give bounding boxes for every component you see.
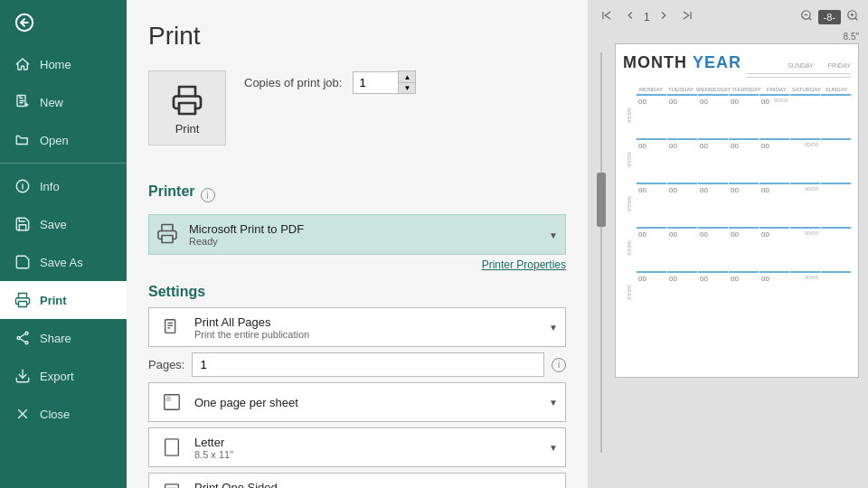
sidebar-item-new[interactable]: New: [0, 83, 127, 121]
sidebar-item-home-label: Home: [40, 58, 71, 71]
svg-rect-10: [19, 302, 27, 307]
calendar-grid: WEEK 00 00 00 00 0000/00 WEEK 00: [623, 94, 851, 314]
letter-size-arrow: ▼: [549, 443, 558, 453]
sidebar: Home New Open Info Save Save As: [0, 0, 127, 488]
printer-select-wrapper: Microsoft Print to PDF Ready ▼: [148, 214, 566, 255]
new-icon: [14, 94, 31, 110]
sidebar-item-export[interactable]: Export: [0, 357, 127, 395]
letter-size-dropdown[interactable]: Letter 8.5 x 11" ▼: [148, 427, 566, 467]
print-button[interactable]: Print: [148, 70, 226, 145]
export-icon: [14, 368, 31, 384]
svg-rect-20: [162, 235, 173, 242]
svg-rect-27: [165, 439, 179, 455]
svg-rect-26: [166, 397, 172, 402]
preview-toolbar: 1: [588, 7, 868, 32]
sidebar-item-close[interactable]: Close: [0, 395, 127, 433]
printer-status: Ready: [189, 236, 304, 247]
calendar-row: WEEK 00 00 00 00 00 00/00: [623, 183, 851, 226]
preview-page-end-button[interactable]: [677, 7, 697, 26]
print-all-pages-main: Print All Pages: [194, 315, 533, 329]
sidebar-item-save-as-label: Save As: [40, 256, 83, 269]
print-icon-nav: [14, 292, 31, 308]
printer-select-icon: [156, 222, 178, 247]
main-content: Print Print Copies of print job: ▲ ▼: [127, 0, 868, 488]
ruler-horizontal: 8.5": [588, 32, 868, 42]
printer-section-title: Printer: [148, 183, 195, 200]
svg-point-12: [17, 337, 20, 340]
calendar-year: YEAR: [693, 53, 741, 72]
calendar-month: MONTH: [623, 53, 687, 72]
sidebar-item-home[interactable]: Home: [0, 45, 127, 83]
svg-line-34: [808, 18, 811, 21]
letter-size-sub: 8.5 x 11": [194, 449, 533, 460]
one-page-per-sheet-main: One page per sheet: [194, 396, 533, 409]
home-icon: [14, 56, 31, 72]
printer-properties-link[interactable]: Printer Properties: [148, 258, 566, 271]
sidebar-item-share[interactable]: Share: [0, 319, 127, 357]
preview-page-number: 1: [644, 11, 650, 23]
sidebar-item-info[interactable]: Info: [0, 167, 127, 205]
calendar-header: MONTH YEAR SUNDAY FRIDAY: [623, 53, 851, 81]
zoom-display: -8-: [818, 10, 841, 24]
sidebar-item-open-label: Open: [40, 134, 69, 147]
preview-page-start-button[interactable]: [597, 7, 617, 26]
printer-info-icon[interactable]: i: [201, 188, 215, 202]
sidebar-divider-1: [0, 163, 127, 164]
copies-decrement-button[interactable]: ▼: [398, 82, 416, 94]
print-settings-panel: Print Print Copies of print job: ▲ ▼: [127, 0, 588, 488]
sidebar-item-new-label: New: [40, 96, 63, 109]
sidebar-item-save-as[interactable]: Save As: [0, 243, 127, 281]
print-button-icon: [171, 84, 203, 117]
svg-line-37: [855, 18, 858, 21]
print-all-pages-dropdown[interactable]: Print All Pages Print the entire publica…: [148, 307, 566, 347]
printer-select-dropdown[interactable]: Microsoft Print to PDF Ready ▼: [148, 214, 566, 255]
back-button[interactable]: [0, 0, 127, 45]
one-page-per-sheet-dropdown[interactable]: One page per sheet ▼: [148, 382, 566, 422]
sidebar-item-open[interactable]: Open: [0, 121, 127, 159]
preview-sheet-wrapper: MONTH YEAR SUNDAY FRIDAY: [588, 43, 868, 488]
svg-rect-28: [165, 484, 179, 488]
copies-input[interactable]: [353, 71, 398, 94]
calendar-preview: MONTH YEAR SUNDAY FRIDAY: [615, 43, 859, 378]
svg-rect-21: [165, 320, 175, 333]
letter-size-icon: [158, 434, 185, 461]
svg-point-11: [25, 332, 28, 334]
copies-label: Copies of print job:: [244, 76, 342, 89]
settings-title: Settings: [148, 284, 566, 300]
sidebar-item-close-label: Close: [40, 408, 70, 421]
print-all-pages-icon: [158, 314, 185, 341]
printer-dropdown-arrow: ▼: [549, 230, 558, 239]
calendar-row: WEEK 00 00 00 00 00 00/00: [623, 271, 851, 314]
preview-scrollbar[interactable]: [597, 52, 606, 453]
sidebar-item-print[interactable]: Print: [0, 281, 127, 319]
calendar-day-headers: MONDAY TUESDAY WEDNESDAY THURSDAY FRIDAY…: [623, 87, 851, 92]
calendar-row: WEEK 00 00 00 00 0000/00: [623, 94, 851, 137]
preview-page-next-button[interactable]: [654, 7, 674, 26]
zoom-in-button[interactable]: [846, 9, 859, 24]
info-icon-nav: [14, 178, 31, 194]
open-icon: [14, 132, 31, 148]
print-one-sided-icon: [158, 479, 185, 488]
preview-panel: 1: [588, 0, 868, 488]
svg-line-14: [20, 334, 24, 337]
save-icon: [14, 216, 31, 232]
svg-point-13: [25, 342, 28, 344]
pages-input[interactable]: [192, 352, 544, 377]
copies-increment-button[interactable]: ▲: [398, 70, 416, 82]
pages-label: Pages:: [148, 358, 184, 371]
preview-page-prev-button[interactable]: [620, 7, 640, 26]
print-one-sided-main: Print One Sided: [194, 481, 533, 489]
printer-name: Microsoft Print to PDF: [189, 222, 304, 236]
svg-rect-19: [179, 103, 195, 114]
one-page-per-sheet-icon: [158, 389, 185, 416]
copies-row: Copies of print job: ▲ ▼: [244, 70, 416, 94]
sidebar-item-print-label: Print: [40, 294, 67, 307]
sidebar-item-share-label: Share: [40, 332, 71, 345]
pages-row: Pages: i: [148, 352, 566, 377]
sidebar-item-info-label: Info: [40, 180, 60, 193]
save-as-icon: [14, 254, 31, 270]
sidebar-item-save[interactable]: Save: [0, 205, 127, 243]
zoom-out-button[interactable]: [800, 9, 813, 24]
pages-info-icon[interactable]: i: [552, 358, 566, 372]
print-one-sided-dropdown[interactable]: Print One Sided Only print on one side o…: [148, 473, 566, 488]
